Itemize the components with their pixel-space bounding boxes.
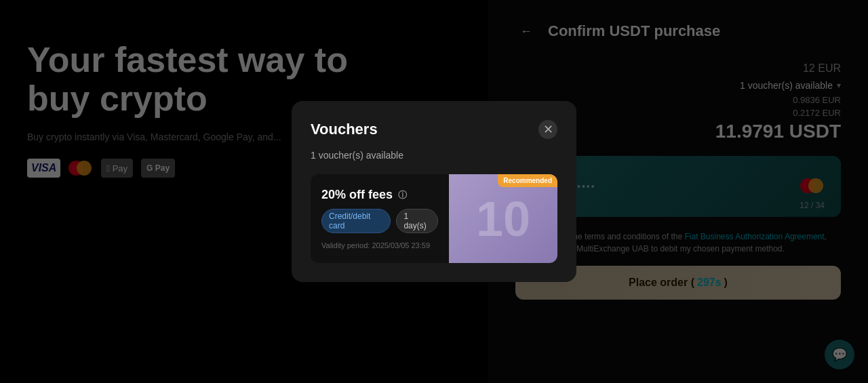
vouchers-modal: Vouchers ✕ 1 voucher(s) available 20% of… [292, 101, 576, 282]
voucher-title: 20% off fees ⓘ [321, 188, 438, 202]
voucher-tag-payment: Credit/debit card [321, 209, 391, 233]
voucher-card[interactable]: 20% off fees ⓘ Credit/debit card 1 day(s… [311, 174, 557, 263]
voucher-visual: Recommended 10 [449, 174, 557, 263]
voucher-info-icon[interactable]: ⓘ [398, 189, 407, 201]
modal-header: Vouchers ✕ [311, 120, 557, 139]
voucher-info: 20% off fees ⓘ Credit/debit card 1 day(s… [311, 174, 449, 263]
modal-title: Vouchers [311, 121, 378, 138]
voucher-validity: Validity period: 2025/03/05 23:59 [321, 241, 438, 249]
voucher-big-number: 10 [476, 195, 530, 243]
modal-overlay[interactable]: Vouchers ✕ 1 voucher(s) available 20% of… [0, 0, 868, 383]
modal-close-button[interactable]: ✕ [538, 120, 557, 139]
voucher-tags: Credit/debit card 1 day(s) [321, 209, 438, 233]
recommended-badge: Recommended [498, 174, 557, 187]
voucher-tag-duration: 1 day(s) [396, 209, 438, 233]
modal-subtitle: 1 voucher(s) available [311, 150, 557, 161]
